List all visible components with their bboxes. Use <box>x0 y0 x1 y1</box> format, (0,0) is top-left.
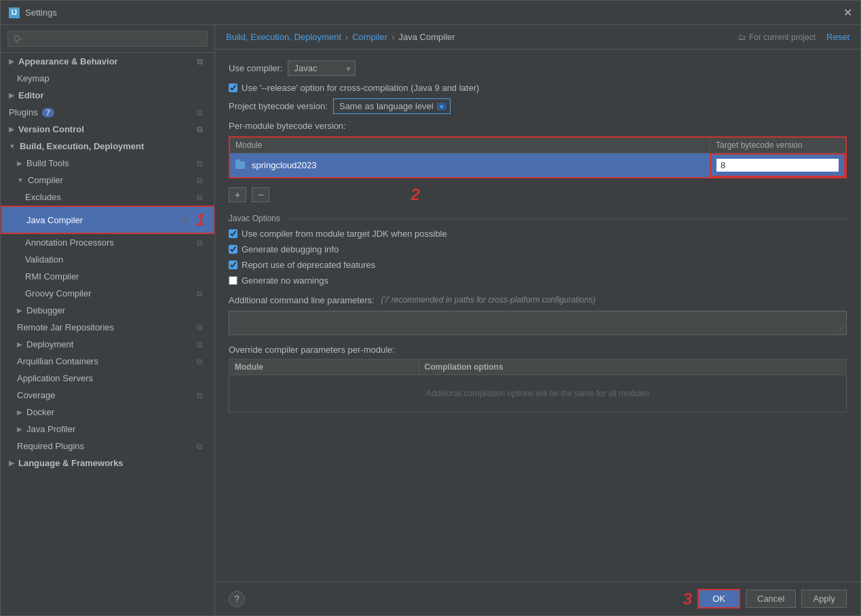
sidebar: Appearance & Behavior ⧉ Keymap Editor Pl… <box>1 25 215 615</box>
help-button[interactable]: ? <box>229 591 245 607</box>
module-row[interactable]: springcloud2023 <box>230 153 845 177</box>
sidebar-item-build-execution[interactable]: Build, Execution, Deployment <box>1 138 214 155</box>
sidebar-item-java-profiler[interactable]: Java Profiler <box>1 421 214 438</box>
javac-section: Javac Options Use compiler from module t… <box>229 214 847 286</box>
copy-icon: ⧉ <box>197 357 206 366</box>
project-icon: 🗂 <box>738 33 746 42</box>
sidebar-item-deployment[interactable]: Deployment ⧉ <box>1 336 214 353</box>
add-module-button[interactable]: + <box>229 187 246 202</box>
copy-icon: ⧉ <box>197 159 206 168</box>
annotation-2: 2 <box>410 185 419 204</box>
search-input[interactable] <box>7 31 208 47</box>
breadcrumb-sep2: › <box>391 32 394 42</box>
copy-icon: ⧉ <box>197 289 206 299</box>
sidebar-item-label: Required Plugins <box>17 441 84 451</box>
sidebar-item-required-plugins[interactable]: Required Plugins ⧉ <box>1 438 214 455</box>
sidebar-item-annotation-processors[interactable]: Annotation Processors ⧉ <box>1 234 214 251</box>
ok-button[interactable]: OK <box>697 589 740 609</box>
sidebar-item-java-compiler[interactable]: Java Compiler ⧉ 1 <box>1 206 214 234</box>
sidebar-item-label: Appearance & Behavior <box>18 56 118 66</box>
sidebar-item-label: Version Control <box>18 124 84 134</box>
bytecode-select[interactable]: Same as language level <box>333 98 451 114</box>
sidebar-item-groovy-compiler[interactable]: Groovy Compiler ⧉ <box>1 285 214 302</box>
compiler-select[interactable]: Javac <box>288 60 356 76</box>
settings-window: IJ Settings ✕ Appearance & Behavior ⧉ Ke… <box>0 0 861 616</box>
compiler-select-wrapper: Javac <box>288 60 356 76</box>
version-input[interactable] <box>716 159 839 172</box>
app-icon: IJ <box>9 7 20 18</box>
sidebar-item-label: Compiler <box>28 175 63 185</box>
chevron-right-icon <box>17 425 22 433</box>
copy-icon: ⧉ <box>197 323 206 332</box>
window-title: Settings <box>25 7 57 18</box>
close-button[interactable]: ✕ <box>843 6 852 19</box>
sidebar-item-debugger[interactable]: Debugger <box>1 302 214 319</box>
sidebar-item-compiler[interactable]: Compiler ⧉ <box>1 172 214 189</box>
main-panel: Build, Execution, Deployment › Compiler … <box>215 25 860 615</box>
sidebar-item-appearance[interactable]: Appearance & Behavior ⧉ <box>1 53 214 70</box>
copy-icon: ⧉ <box>197 193 206 202</box>
sidebar-item-label: Validation <box>25 254 63 265</box>
sidebar-item-languages[interactable]: Language & Frameworks <box>1 455 214 471</box>
module-col-header: Module <box>230 138 710 153</box>
use-release-row: Use '--release' option for cross-compila… <box>229 83 847 93</box>
copy-icon: ⧉ <box>197 176 206 185</box>
use-release-label: Use '--release' option for cross-compila… <box>242 83 479 93</box>
chevron-right-icon <box>17 408 22 416</box>
sidebar-item-label: Java Profiler <box>26 424 75 434</box>
javac-check2-label: Generate debugging info <box>242 244 339 254</box>
search-bar <box>1 25 214 53</box>
per-module-label: Per-module bytecode version: <box>229 121 847 131</box>
override-table: Module Compilation options Additional co… <box>229 359 847 412</box>
reset-link[interactable]: Reset <box>826 32 849 42</box>
cmd-input-area[interactable]: ⤢ <box>229 311 847 335</box>
sidebar-item-version-control[interactable]: Version Control ⧉ <box>1 121 214 138</box>
table-actions: + − 2 <box>229 185 847 204</box>
use-module-jdk-checkbox[interactable] <box>229 229 237 238</box>
sidebar-item-app-servers[interactable]: Application Servers <box>1 370 214 387</box>
javac-check1-row: Use compiler from module target JDK when… <box>229 229 847 239</box>
sidebar-item-build-tools[interactable]: Build Tools ⧉ <box>1 155 214 172</box>
bottom-bar: ? 3 OK Cancel Apply <box>215 581 860 615</box>
override-empty-message: Additional compilation options will be t… <box>229 375 847 412</box>
version-cell <box>710 153 845 177</box>
sidebar-item-plugins[interactable]: Plugins 7 ⧉ <box>1 104 214 121</box>
sidebar-item-rmi-compiler[interactable]: RMI Compiler <box>1 268 214 285</box>
apply-button[interactable]: Apply <box>801 590 847 608</box>
chevron-right-icon <box>17 341 22 348</box>
sidebar-item-keymap[interactable]: Keymap <box>1 70 214 87</box>
chevron-right-icon <box>17 307 22 314</box>
sidebar-item-label: RMI Compiler <box>25 271 79 282</box>
remove-module-button[interactable]: − <box>252 187 269 202</box>
sidebar-item-coverage[interactable]: Coverage ⧉ <box>1 387 214 404</box>
breadcrumb-part1: Build, Execution, Deployment <box>226 32 341 42</box>
deprecated-features-checkbox[interactable] <box>229 261 237 269</box>
cancel-button[interactable]: Cancel <box>746 590 796 608</box>
chevron-right-icon <box>9 58 14 65</box>
no-warnings-checkbox[interactable] <box>229 276 237 285</box>
sidebar-item-arquillian[interactable]: Arquillian Containers ⧉ <box>1 353 214 370</box>
use-release-checkbox[interactable] <box>229 83 237 92</box>
bytecode-select-wrapper: Same as language level <box>333 98 451 114</box>
breadcrumb-meta: 🗂 For current project <box>738 33 816 42</box>
bytecode-version-row: Project bytecode version: Same as langua… <box>229 98 847 114</box>
sidebar-item-excludes[interactable]: Excludes ⧉ <box>1 189 214 206</box>
chevron-right-icon <box>17 159 22 167</box>
generate-debug-checkbox[interactable] <box>229 245 237 254</box>
copy-icon: ⧉ <box>197 108 206 117</box>
copy-icon: ⧉ <box>197 442 206 451</box>
sidebar-item-editor[interactable]: Editor <box>1 87 214 104</box>
copy-icon: ⧉ <box>197 125 206 134</box>
chevron-down-icon <box>9 142 16 150</box>
sidebar-item-docker[interactable]: Docker <box>1 404 214 421</box>
javac-check4-label: Generate no warnings <box>242 275 328 286</box>
javac-check3-row: Report use of deprecated features <box>229 260 847 270</box>
sidebar-item-validation[interactable]: Validation <box>1 251 214 268</box>
sidebar-item-label: Application Servers <box>17 373 93 383</box>
sidebar-item-remote-jar[interactable]: Remote Jar Repositories ⧉ <box>1 319 214 336</box>
javac-section-title: Javac Options <box>229 214 847 223</box>
javac-check3-label: Report use of deprecated features <box>242 260 375 270</box>
expand-icon: ⤢ <box>839 324 845 333</box>
sidebar-item-label: Annotation Processors <box>25 237 114 248</box>
sidebar-item-label: Build, Execution, Deployment <box>20 141 144 151</box>
